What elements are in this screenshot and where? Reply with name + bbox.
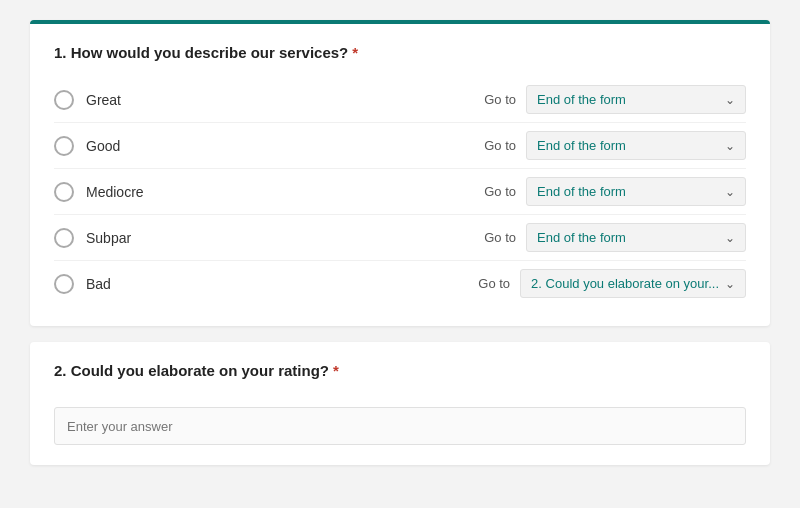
chevron-down-icon-bad: ⌄ (725, 277, 735, 291)
goto-label-mediocre: Go to (484, 184, 516, 199)
option-row-bad: Bad Go to 2. Could you elaborate on your… (54, 261, 746, 306)
option-row-mediocre: Mediocre Go to End of the form ⌄ (54, 169, 746, 215)
option-row-great: Great Go to End of the form ⌄ (54, 77, 746, 123)
chevron-down-icon-mediocre: ⌄ (725, 185, 735, 199)
option-label-mediocre: Mediocre (86, 184, 484, 200)
option-label-good: Good (86, 138, 484, 154)
option-row-subpar: Subpar Go to End of the form ⌄ (54, 215, 746, 261)
radio-subpar[interactable] (54, 228, 74, 248)
option-label-great: Great (86, 92, 484, 108)
question-2-required: * (333, 362, 339, 379)
goto-dropdown-great[interactable]: End of the form ⌄ (526, 85, 746, 114)
goto-label-subpar: Go to (484, 230, 516, 245)
question-1-title: 1. How would you describe our services?* (54, 44, 746, 61)
text-answer-input[interactable] (54, 407, 746, 445)
question-1-required: * (352, 44, 358, 61)
goto-value-mediocre: End of the form (537, 184, 719, 199)
question-2-label: 2. Could you elaborate on your rating? (54, 362, 329, 379)
radio-good[interactable] (54, 136, 74, 156)
page-container: 1. How would you describe our services?*… (0, 0, 800, 501)
radio-mediocre[interactable] (54, 182, 74, 202)
goto-value-good: End of the form (537, 138, 719, 153)
goto-value-great: End of the form (537, 92, 719, 107)
goto-label-good: Go to (484, 138, 516, 153)
goto-dropdown-good[interactable]: End of the form ⌄ (526, 131, 746, 160)
chevron-down-icon-subpar: ⌄ (725, 231, 735, 245)
radio-bad[interactable] (54, 274, 74, 294)
option-label-subpar: Subpar (86, 230, 484, 246)
option-label-bad: Bad (86, 276, 478, 292)
radio-great[interactable] (54, 90, 74, 110)
goto-label-bad: Go to (478, 276, 510, 291)
goto-dropdown-subpar[interactable]: End of the form ⌄ (526, 223, 746, 252)
chevron-down-icon-great: ⌄ (725, 93, 735, 107)
goto-dropdown-mediocre[interactable]: End of the form ⌄ (526, 177, 746, 206)
chevron-down-icon-good: ⌄ (725, 139, 735, 153)
question-2-block: 2. Could you elaborate on your rating?* (30, 342, 770, 465)
option-row-good: Good Go to End of the form ⌄ (54, 123, 746, 169)
goto-value-bad: 2. Could you elaborate on your... (531, 276, 719, 291)
question-2-title: 2. Could you elaborate on your rating?* (54, 362, 746, 379)
goto-dropdown-bad[interactable]: 2. Could you elaborate on your... ⌄ (520, 269, 746, 298)
question-1-block: 1. How would you describe our services?*… (30, 20, 770, 326)
question-1-label: 1. How would you describe our services? (54, 44, 348, 61)
goto-value-subpar: End of the form (537, 230, 719, 245)
goto-label-great: Go to (484, 92, 516, 107)
